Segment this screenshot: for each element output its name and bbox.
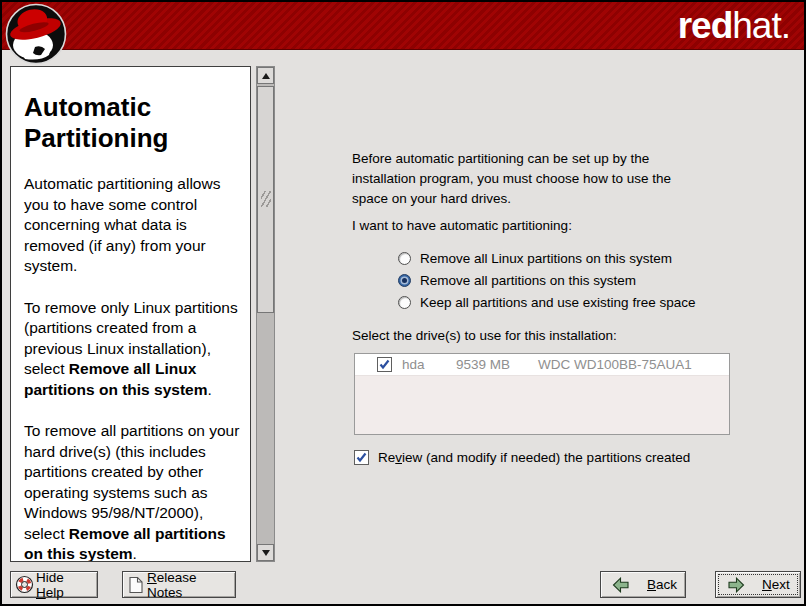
- arrow-right-icon: [727, 577, 745, 593]
- release-notes-button[interactable]: Release Notes: [122, 571, 236, 598]
- radio-keep-all[interactable]: Keep all partitions and use existing fre…: [398, 291, 695, 313]
- label-pre: Hide: [36, 570, 64, 585]
- radio-label: Remove all Linux partitions on this syst…: [420, 251, 672, 266]
- help-p2-period: .: [207, 381, 211, 398]
- drive-model: WDC WD100BB-75AUA1: [538, 357, 692, 372]
- label-post: ext: [772, 577, 790, 592]
- review-label-post: iew (and modify if needed) the partition…: [402, 450, 690, 465]
- radio-remove-linux[interactable]: Remove all Linux partitions on this syst…: [398, 247, 695, 269]
- partitioning-radio-group: Remove all Linux partitions on this syst…: [398, 247, 695, 313]
- review-checkbox-checked-icon[interactable]: [354, 450, 369, 465]
- radio-label: Remove all partitions on this system: [420, 273, 636, 288]
- arrow-up-icon: [262, 73, 270, 79]
- arrow-left-icon: [612, 577, 630, 593]
- drive-select-label: Select the drive(s) to use for this inst…: [352, 328, 617, 343]
- document-icon: [128, 576, 144, 594]
- radio-label: Keep all partitions and use existing fre…: [420, 295, 695, 310]
- radio-remove-all[interactable]: Remove all partitions on this system: [398, 269, 695, 291]
- help-paragraph-3: To remove all partitions on your hard dr…: [24, 421, 240, 562]
- radio-button-icon: [398, 252, 411, 265]
- back-label: Back: [647, 577, 677, 592]
- intro-text: Before automatic partitioning can be set…: [352, 149, 682, 209]
- wordmark-red: red: [678, 5, 733, 46]
- review-checkbox-label: Review (and modify if needed) the partit…: [378, 450, 690, 465]
- drive-size: 9539 MB: [456, 357, 528, 372]
- next-button[interactable]: Next: [715, 571, 801, 598]
- drive-row-hda[interactable]: hda 9539 MB WDC WD100BB-75AUA1: [355, 354, 729, 376]
- installer-window: redhat. Automatic Partitioning Automatic…: [0, 0, 806, 606]
- scrollbar-thumb[interactable]: [257, 86, 274, 313]
- help-panel: Automatic Partitioning Automatic partiti…: [10, 66, 251, 562]
- label-post: elp: [46, 585, 64, 600]
- review-partitions-checkbox-row[interactable]: Review (and modify if needed) the partit…: [354, 450, 690, 465]
- redhat-shadowman-logo-icon: [5, 3, 69, 67]
- life-preserver-icon: [15, 575, 34, 594]
- label-mnemonic: H: [36, 585, 46, 600]
- drive-checkbox-checked-icon[interactable]: [377, 357, 392, 372]
- wordmark-hat: hat: [732, 5, 780, 46]
- radio-button-selected-icon: [398, 274, 411, 287]
- help-paragraph-1: Automatic partitioning allows you to hav…: [24, 174, 240, 277]
- label-post: ack: [656, 577, 677, 592]
- partitioning-prompt: I want to have automatic partitioning:: [352, 218, 572, 233]
- scrollbar-down-button[interactable]: [257, 544, 274, 561]
- release-notes-label: Release Notes: [147, 570, 230, 600]
- label-mnemonic: N: [762, 577, 772, 592]
- help-title: Automatic Partitioning: [24, 92, 240, 154]
- label-mnemonic: B: [647, 577, 656, 592]
- drive-name: hda: [402, 357, 446, 372]
- radio-button-icon: [398, 296, 411, 309]
- arrow-down-icon: [262, 550, 270, 556]
- header-banner: redhat.: [2, 2, 804, 50]
- hide-help-label: Hide Help: [36, 570, 93, 600]
- back-button[interactable]: Back: [600, 571, 686, 598]
- hide-help-button[interactable]: Hide Help: [10, 571, 98, 598]
- redhat-wordmark: redhat.: [678, 5, 790, 47]
- drive-listbox[interactable]: hda 9539 MB WDC WD100BB-75AUA1: [354, 353, 730, 435]
- next-label: Next: [762, 577, 790, 592]
- review-label-mnemonic: v: [395, 450, 402, 465]
- label-mnemonic: R: [147, 570, 157, 585]
- review-label-pre: Re: [378, 450, 395, 465]
- scrollbar-up-button[interactable]: [257, 67, 274, 84]
- help-p3-period: .: [133, 545, 137, 562]
- wordmark-dot: .: [781, 5, 790, 46]
- help-scrollbar[interactable]: [256, 66, 275, 562]
- help-paragraph-2: To remove only Linux partitions (partiti…: [24, 298, 240, 401]
